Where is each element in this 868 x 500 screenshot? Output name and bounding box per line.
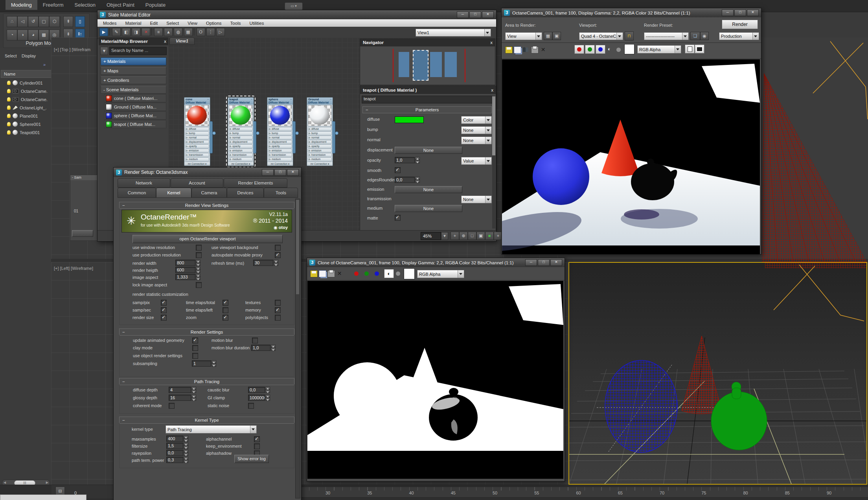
node-slot-emission[interactable]: emission (229, 149, 253, 153)
show-map-icon[interactable]: ◨ (132, 28, 140, 36)
scene-object-row[interactable]: Cylinder001 (0, 79, 51, 87)
material-node-cone[interactable]: cone−Diffuse Materialdiffusebumpnormaldi… (184, 97, 210, 166)
memory-checkbox[interactable] (275, 307, 281, 313)
node-slot-displacement[interactable]: displacement (268, 140, 292, 144)
slot-connector-icon[interactable] (309, 141, 310, 143)
node-footer[interactable]: mr Connection ▾ (267, 162, 293, 166)
motion-blur-duration-spinner[interactable]: 1,0 (251, 345, 276, 351)
viewport-left-label[interactable]: [+] [Left] [Wireframe] (54, 266, 93, 271)
textures-checkbox[interactable] (275, 300, 281, 306)
channel-display-dropdown[interactable]: RGB Alpha (417, 270, 464, 278)
scene-material-item[interactable]: cone ( Diffuse Materi... (104, 94, 166, 102)
gi-clamp-spinner[interactable]: 1000000, (248, 395, 270, 401)
maximize-button[interactable]: □ (734, 9, 746, 16)
show-background-icon[interactable]: ◍ (174, 28, 182, 36)
browser-group[interactable]: - Scene Materials (101, 86, 166, 94)
preview-ss-icon[interactable]: ◑ (17, 30, 28, 41)
use-object-render-settings-checkbox[interactable] (192, 353, 198, 359)
slot-connector-icon[interactable] (186, 154, 188, 156)
select-tool-icon[interactable]: ▶ (99, 28, 108, 36)
node-slot-bump[interactable]: bump (229, 131, 253, 135)
slot-connector-icon[interactable] (230, 146, 231, 147)
node-footer[interactable]: mr Connection ▾ (184, 162, 210, 166)
bump-mode-dropdown[interactable]: None (461, 126, 492, 134)
slot-connector-icon[interactable] (230, 128, 231, 130)
node-slot-medium[interactable]: medium (268, 157, 292, 161)
save-image-icon[interactable] (505, 46, 513, 54)
node-output-connector-icon[interactable] (212, 131, 216, 135)
save-image-icon[interactable] (310, 270, 318, 277)
node-slot-displacement[interactable]: displacement (229, 140, 253, 144)
slot-connector-icon[interactable] (269, 150, 270, 151)
slot-connector-icon[interactable] (309, 150, 310, 151)
slot-connector-icon[interactable] (269, 146, 270, 147)
samp-pix-checkbox[interactable] (161, 300, 167, 306)
tab-tools[interactable]: Tools (264, 188, 298, 198)
tab-devices[interactable]: Devices (227, 188, 264, 198)
node-footer[interactable]: mr Connection ▾ (307, 162, 333, 166)
minimize-button[interactable]: ─ (457, 11, 469, 18)
vertex-mode-icon[interactable]: ∴ (7, 16, 17, 27)
slot-connector-icon[interactable] (269, 159, 270, 160)
node-slot-diffuse[interactable]: diffuse (229, 127, 253, 131)
move-children-icon[interactable]: ▲ (164, 28, 173, 36)
diffuse-color-swatch[interactable] (395, 116, 424, 123)
minimize-button[interactable]: ─ (722, 9, 734, 16)
polygon-mode-icon[interactable]: ▢ (39, 16, 49, 27)
node-collapse-icon[interactable]: − (330, 98, 331, 101)
visibility-bulb-icon[interactable] (7, 130, 11, 135)
background-color-swatch[interactable] (624, 44, 634, 54)
node-side-tab[interactable] (332, 121, 335, 153)
viewport-dropdown[interactable]: Quad 4 - OctaneC (579, 32, 623, 40)
zoom-region-icon[interactable]: □ (468, 232, 476, 240)
slot-connector-icon[interactable] (186, 137, 188, 138)
tab-render-elements[interactable]: Render Elements (224, 178, 287, 188)
slot-connector-icon[interactable] (186, 141, 188, 143)
material-name-field[interactable]: teapot (362, 96, 495, 103)
emission-button[interactable]: None (395, 186, 462, 193)
fragment-button[interactable] (72, 230, 93, 237)
clear-image-icon[interactable]: ✕ (540, 46, 546, 53)
visibility-bulb-icon[interactable] (7, 97, 11, 101)
node-slot-medium[interactable]: medium (308, 157, 332, 161)
node-slot-emission[interactable]: emission (268, 149, 292, 153)
render-height-spinner[interactable]: 600 (175, 267, 200, 273)
menu-view[interactable]: View (188, 21, 197, 26)
slot-connector-icon[interactable] (230, 137, 231, 138)
background-color-swatch[interactable] (404, 268, 415, 279)
node-slot-opacity[interactable]: opacity (308, 144, 332, 148)
alphachannel-checkbox[interactable] (254, 436, 260, 442)
node-slot-transmission[interactable]: transmission (308, 153, 332, 157)
slot-connector-icon[interactable] (186, 159, 188, 160)
channel-display-dropdown[interactable]: RGB Alpha (637, 45, 681, 54)
border-mode-icon[interactable]: ↺ (28, 16, 39, 27)
kernel-type-dropdown[interactable]: Path Tracing (166, 425, 257, 434)
blue-channel-icon[interactable] (375, 271, 379, 276)
path-term-power-spinner[interactable]: 0,3 (166, 457, 188, 463)
toggle-command-panel-icon[interactable]: ▯ (75, 16, 85, 27)
node-slot-diffuse[interactable]: diffuse (308, 127, 332, 131)
tab-network[interactable]: Network (118, 178, 170, 188)
tab-kernel[interactable]: Kernel (156, 188, 191, 198)
navigator-node[interactable] (445, 52, 457, 77)
filtersize-spinner[interactable]: 1,5 (166, 443, 188, 449)
search-input[interactable]: Search by Name ... (109, 47, 167, 55)
menu-modes[interactable]: Modes (103, 21, 117, 26)
explorer-name-header[interactable]: Name (1, 70, 53, 78)
layout-b-button[interactable] (695, 44, 704, 54)
zoom-selected-icon[interactable]: ■ (485, 232, 494, 240)
subsampling-spinner[interactable]: 1 (192, 360, 216, 367)
blue-channel-button[interactable] (596, 45, 605, 54)
ribbon-tab-selection[interactable]: Selection (69, 0, 101, 10)
minimize-button[interactable]: ─ (262, 169, 274, 176)
scene-material-item[interactable]: teapot ( Diffuse Mat... (104, 120, 166, 128)
ribbon-tab-modeling[interactable]: Modeling (6, 0, 37, 10)
opacity-mode-dropdown[interactable]: Value (461, 157, 492, 165)
node-output-connector-icon[interactable] (335, 131, 338, 135)
material-node-sphere[interactable]: sphere−Diffuse Materialdiffusebumpnormal… (267, 97, 293, 166)
render-setup-icon[interactable]: ❏ (690, 32, 700, 40)
navigator-minimap[interactable] (360, 46, 495, 85)
mono-channel-button[interactable]: ◐ (384, 269, 394, 278)
menu-select[interactable]: Select (166, 21, 179, 26)
clone-title-bar[interactable]: Ӡ Clone of OctaneCamera_001, frame 100, … (307, 258, 565, 267)
